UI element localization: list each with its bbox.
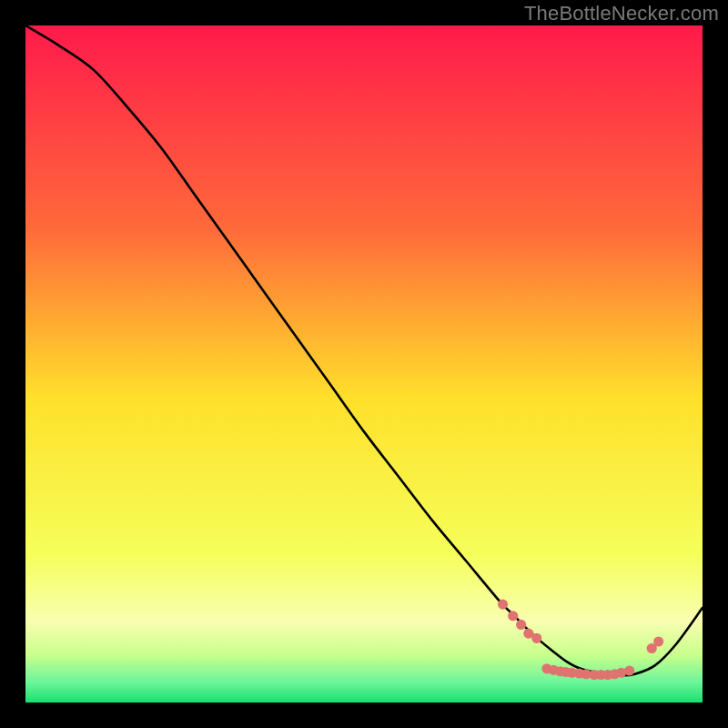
data-marker [516,620,526,630]
data-marker [508,611,518,621]
data-marker [653,636,663,646]
data-marker [498,600,508,610]
data-marker [531,633,541,643]
chart-svg [25,25,703,703]
watermark-text: TheBottleNecker.com [524,2,719,25]
chart-plot-area [25,25,703,703]
data-marker [624,665,634,675]
gradient-background [25,25,703,703]
chart-frame: TheBottleNecker.com [0,0,728,728]
